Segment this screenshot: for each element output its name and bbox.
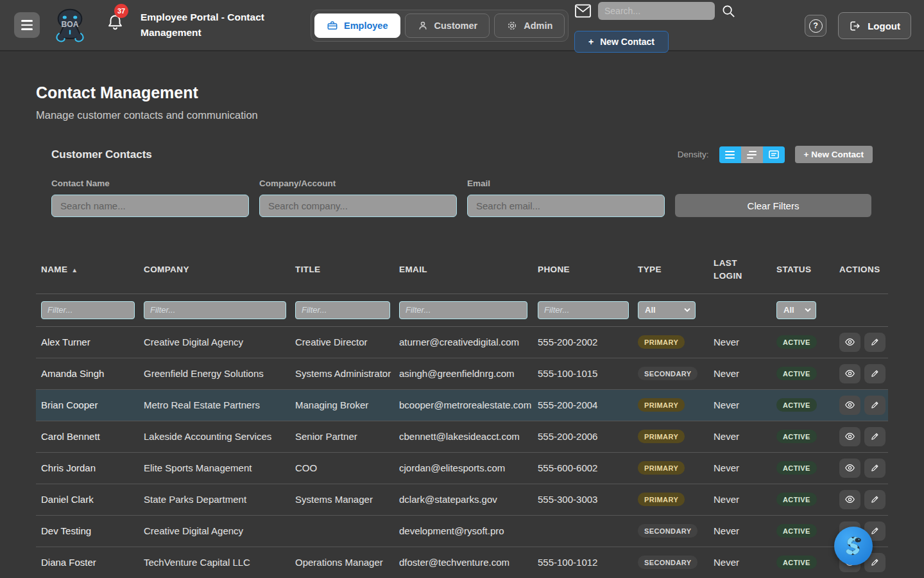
panel-title: Customer Contacts (51, 148, 152, 161)
type-badge: SECONDARY (638, 524, 697, 538)
view-contact-button[interactable] (839, 427, 860, 446)
column-header-phone[interactable]: PHONE (533, 247, 633, 293)
view-contact-button[interactable] (839, 459, 860, 478)
mail-icon[interactable] (574, 4, 592, 18)
cell-email: bcooper@metrorealestate.com (394, 389, 533, 421)
sort-ascending-icon: ▲ (71, 267, 78, 274)
search-icon[interactable] (721, 4, 736, 19)
column-header-type[interactable]: TYPE (633, 247, 708, 293)
briefcase-icon (327, 20, 338, 31)
pencil-icon (870, 400, 880, 410)
cell-last-login: Never (708, 421, 771, 452)
pencil-icon (870, 495, 880, 504)
cell-type: PRIMARY (633, 421, 708, 452)
edit-contact-button[interactable] (864, 333, 886, 352)
edit-contact-button[interactable] (864, 396, 886, 415)
cell-actions (834, 389, 888, 421)
page-subtitle: Manage customer contacts and communicati… (36, 109, 888, 121)
view-contact-button[interactable] (839, 364, 860, 383)
email-column-filter[interactable] (399, 301, 527, 319)
edit-contact-button[interactable] (864, 364, 886, 383)
edit-contact-button[interactable] (864, 490, 886, 509)
edit-contact-button[interactable] (864, 427, 886, 446)
plus-icon: + (588, 37, 594, 47)
tab-customer[interactable]: Customer (405, 13, 490, 38)
column-header-name[interactable]: NAME▲ (36, 247, 139, 293)
global-search-input[interactable] (598, 2, 715, 20)
table-row[interactable]: Carol BennettLakeside Accounting Service… (36, 421, 888, 452)
table-row[interactable]: Daniel ClarkState Parks DepartmentSystem… (36, 484, 888, 515)
app-title: Employee Portal - Contact Management (141, 10, 278, 40)
logout-button[interactable]: Logout (838, 12, 911, 39)
density-comfortable-button[interactable] (719, 146, 741, 163)
eye-icon (844, 463, 855, 473)
cell-name: Dev Testing (36, 515, 139, 547)
cell-email: asingh@greenfieldnrg.com (394, 358, 533, 389)
density-card-button[interactable] (763, 146, 785, 163)
column-header-title[interactable]: TITLE (290, 247, 394, 293)
new-contact-header-button[interactable]: + New Contact (574, 31, 669, 53)
density-compact-button[interactable] (741, 146, 763, 163)
cell-last-login: Never (708, 358, 771, 389)
table-row[interactable]: Diana FosterTechVenture Capital LLCOpera… (36, 547, 888, 578)
column-header-email[interactable]: EMAIL (394, 247, 533, 293)
company-filter-input[interactable] (259, 195, 457, 217)
name-column-filter[interactable] (41, 301, 135, 319)
cell-title: Senior Partner (290, 421, 394, 452)
edit-contact-button[interactable] (864, 459, 886, 478)
cell-name: Carol Bennett (36, 421, 139, 452)
cell-phone: 555-600-6002 (533, 452, 633, 484)
cell-type: PRIMARY (633, 452, 708, 484)
type-badge: PRIMARY (638, 430, 685, 443)
cell-company: Greenfield Energy Solutions (139, 358, 290, 389)
clear-filters-button[interactable]: Clear Filters (675, 194, 871, 217)
status-badge: ACTIVE (776, 430, 817, 443)
cell-last-login: Never (708, 326, 771, 358)
contact-filters: Contact Name Company/Account Email Clear… (51, 179, 873, 217)
tab-label: Admin (524, 21, 552, 31)
table-row[interactable]: Dev TestingCreative Digital Agencydevelo… (36, 515, 888, 547)
view-contact-button[interactable] (839, 396, 860, 415)
eye-icon (844, 337, 855, 347)
title-column-filter[interactable] (295, 301, 390, 319)
status-badge: ACTIVE (776, 335, 817, 349)
type-filter-select[interactable]: All (638, 301, 696, 319)
cell-phone: 555-200-2006 (533, 421, 633, 452)
gear-icon (506, 20, 518, 31)
cell-status: ACTIVE (771, 421, 834, 452)
cell-actions (834, 421, 888, 452)
status-filter-select[interactable]: All (776, 301, 816, 319)
company-column-filter[interactable] (144, 301, 286, 319)
new-contact-panel-button[interactable]: + New Contact (795, 146, 873, 163)
table-row[interactable]: Brian CooperMetro Real Estate PartnersMa… (36, 389, 888, 421)
column-header-actions: ACTIONS (834, 247, 888, 293)
phone-column-filter[interactable] (538, 301, 629, 319)
status-badge: ACTIVE (776, 367, 817, 380)
assistant-fab-button[interactable] (834, 527, 873, 565)
column-header-company[interactable]: COMPANY (139, 247, 290, 293)
list-icon (725, 151, 735, 159)
view-contact-button[interactable] (839, 490, 860, 509)
table-row[interactable]: Alex TurnerCreative Digital AgencyCreati… (36, 326, 888, 358)
session-controls: ? Logout (805, 0, 911, 51)
help-button[interactable]: ? (805, 15, 826, 37)
status-badge: ACTIVE (776, 461, 817, 475)
column-header-last-login[interactable]: LAST LOGIN (708, 247, 771, 293)
tab-label: Employee (344, 21, 388, 31)
tab-employee[interactable]: Employee (314, 13, 400, 38)
top-bar: BOA 37 Employee Portal - Contact Managem… (0, 0, 924, 51)
new-contact-header-label: New Contact (600, 37, 654, 47)
view-contact-button[interactable] (839, 333, 860, 352)
column-header-status[interactable]: STATUS (771, 247, 834, 293)
tab-admin[interactable]: Admin (494, 13, 565, 38)
notifications[interactable]: 37 (107, 13, 124, 34)
table-row[interactable]: Chris JordanElite Sports ManagementCOOcj… (36, 452, 888, 484)
email-filter-input[interactable] (467, 195, 665, 217)
cell-email: cjordan@elitesports.com (394, 452, 533, 484)
hamburger-menu-button[interactable] (14, 12, 40, 38)
cell-name: Brian Cooper (36, 389, 139, 421)
contact-name-filter-input[interactable] (51, 195, 249, 217)
notification-badge: 37 (114, 4, 128, 18)
tab-label: Customer (434, 21, 478, 31)
table-row[interactable]: Amanda SinghGreenfield Energy SolutionsS… (36, 358, 888, 389)
